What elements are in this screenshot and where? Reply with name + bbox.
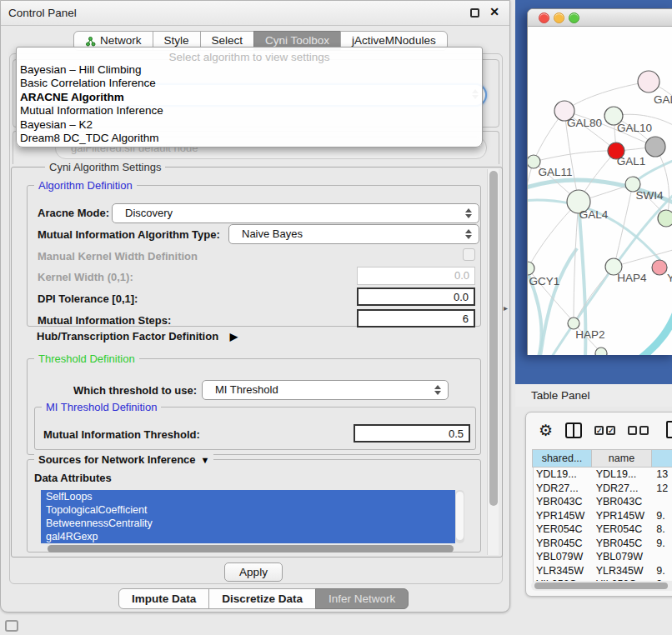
- table-row[interactable]: YDL19...YDL19...13: [534, 468, 672, 482]
- table-cell: 9.: [654, 564, 672, 578]
- attribute-item-betweennesscentrality[interactable]: BetweennessCentrality: [41, 517, 455, 530]
- float-icon[interactable]: [470, 8, 479, 18]
- close-traffic-light[interactable]: [539, 12, 549, 23]
- table-row[interactable]: YBR045CYBR045C9.: [534, 537, 672, 551]
- mi-threshold-definition-group: MI Threshold Definition Mutual Informati…: [34, 407, 476, 450]
- gear-icon[interactable]: ⚙: [539, 422, 553, 438]
- node-label: GAL80: [567, 117, 602, 129]
- algorithm-option-aracne-algorithm[interactable]: ARACNE Algorithm: [17, 91, 482, 104]
- settings-scrollbar[interactable]: [487, 169, 499, 555]
- mi-steps-field[interactable]: 6: [357, 309, 475, 328]
- network-canvas[interactable]: GALGAL80GAL10GAL1GAL11GAL4SWI4GCY1HAP4YH…: [528, 27, 672, 355]
- column-header-2[interactable]: [651, 449, 672, 468]
- kernel-width-field[interactable]: 0.0: [357, 267, 475, 285]
- attributes-scrollbar[interactable]: [455, 490, 464, 543]
- mi-threshold-definition-title: MI Threshold Definition: [42, 401, 161, 413]
- split-columns-icon[interactable]: [565, 422, 582, 438]
- manual-kernel-label: Manual Kernel Width Definition: [38, 250, 198, 262]
- table-icon[interactable]: [666, 421, 672, 438]
- table-cell: YDL19...: [594, 468, 654, 482]
- select-all-icon[interactable]: ✓✓: [594, 426, 615, 435]
- deselect-all-icon[interactable]: [628, 426, 649, 435]
- network-edge[interactable]: [574, 202, 579, 323]
- dpi-tolerance-label: DPI Tolerance [0,1]:: [38, 292, 138, 305]
- network-edge[interactable]: [534, 151, 616, 162]
- table-panel-titlebar: Table Panel: [515, 384, 672, 407]
- network-edge[interactable]: [552, 268, 612, 355]
- table-row[interactable]: YBR043CYBR043C: [534, 495, 672, 509]
- algorithm-dropdown-popup: Select algorithm to view settings Bayesi…: [16, 47, 483, 148]
- network-node[interactable]: [645, 137, 665, 157]
- attribute-item-gal4rgexp[interactable]: gal4RGexp: [41, 530, 455, 543]
- aracne-mode-select[interactable]: Discovery: [112, 203, 479, 223]
- table-horizontal-scrollbar[interactable]: [531, 581, 672, 591]
- table-cell: 8.: [654, 522, 672, 537]
- node-label: GAL10: [617, 122, 652, 134]
- table-row[interactable]: YPR145WYPR145W9.: [534, 509, 672, 523]
- hub-factor-label: Hub/Transcription Factor Definition: [37, 330, 218, 342]
- dropdown-placeholder: Select algorithm to view settings: [17, 48, 482, 63]
- close-icon[interactable]: ✕: [489, 5, 499, 18]
- float-panel-icon[interactable]: [5, 620, 18, 632]
- network-edge[interactable]: [564, 82, 649, 111]
- spinner-arrows-icon: [465, 228, 471, 240]
- mi-threshold-field[interactable]: 0.5: [354, 424, 470, 442]
- network-edge[interactable]: [540, 248, 577, 355]
- table-scrollbar-thumb[interactable]: [534, 582, 668, 589]
- dpi-tolerance-field[interactable]: 0.0: [357, 288, 475, 306]
- attribute-item-topologicalcoefficient[interactable]: TopologicalCoefficient: [41, 503, 455, 517]
- table-cell: 12: [654, 482, 672, 496]
- collapse-down-icon: ▼: [201, 455, 210, 465]
- minimize-traffic-light[interactable]: [554, 12, 564, 23]
- table-cell: YDL19...: [534, 468, 594, 482]
- control-panel-window: Control Panel ✕ Inference Algorithm galF…: [0, 0, 510, 612]
- table-panel-window: ⚙ ✓✓ shared...name YDL19...YDL19...13YDR…: [525, 412, 672, 597]
- node-label: GAL: [654, 93, 672, 106]
- attribute-item-selfloops[interactable]: SelfLoops: [41, 490, 455, 503]
- column-header-name[interactable]: name: [591, 449, 652, 468]
- attributes-scrollbar-thumb[interactable]: [456, 492, 464, 540]
- network-node[interactable]: [595, 348, 607, 355]
- algorithm-option-basic-correlation-inference[interactable]: Basic Correlation Inference: [17, 77, 482, 90]
- tab-infer-network[interactable]: Infer Network: [315, 588, 409, 609]
- aracne-mode-value: Discovery: [125, 207, 173, 219]
- table-row[interactable]: YBL079WYBL079W: [534, 550, 672, 564]
- column-header-shared[interactable]: shared...: [532, 449, 592, 468]
- network-node-gal[interactable]: [638, 71, 659, 92]
- table-cell: YLR345W: [594, 564, 654, 578]
- data-attributes-list[interactable]: SelfLoopsTopologicalCoefficientBetweenne…: [41, 490, 455, 543]
- sources-title[interactable]: Sources for Network Inference▼: [34, 453, 213, 466]
- network-node[interactable]: [658, 210, 672, 227]
- network-node-gcy1[interactable]: [528, 262, 534, 275]
- network-edge[interactable]: [639, 310, 672, 355]
- tab-discretize-data[interactable]: Discretize Data: [208, 588, 316, 609]
- zoom-traffic-light[interactable]: [569, 12, 579, 23]
- table-cell: YBR045C: [594, 537, 654, 551]
- threshold-definition-group: Threshold Definition Which threshold to …: [27, 358, 481, 455]
- hub-factor-section[interactable]: Hub/Transcription Factor Definition ▶: [37, 330, 238, 342]
- apply-button[interactable]: Apply: [224, 562, 283, 582]
- sources-horizontal-scrollbar[interactable]: [48, 545, 454, 552]
- panel-splitter-arrow[interactable]: ▸: [504, 303, 508, 312]
- aracne-mode-label: Aracne Mode:: [38, 207, 109, 219]
- network-edge[interactable]: [528, 162, 534, 267]
- algorithm-option-bayesian-k2[interactable]: Bayesian – K2: [17, 118, 482, 132]
- table-row[interactable]: YER054CYER054C8.: [534, 522, 672, 537]
- mi-type-select[interactable]: Naive Bayes: [228, 224, 479, 244]
- which-threshold-select[interactable]: MI Threshold: [202, 380, 449, 400]
- table-row[interactable]: YDR27...YDR27...12: [534, 482, 672, 496]
- node-table: shared...name YDL19...YDL19...13YDR27...…: [533, 449, 672, 589]
- table-cell: 9.: [654, 509, 672, 523]
- algorithm-definition-group: Algorithm Definition Aracne Mode: Discov…: [27, 185, 481, 327]
- algorithm-option-dream8-dc-tdc-algorithm[interactable]: Dream8 DC_TDC Algorithm: [17, 132, 482, 145]
- manual-kernel-checkbox[interactable]: [463, 248, 475, 261]
- network-node-y[interactable]: [652, 260, 667, 275]
- settings-scrollbar-thumb[interactable]: [489, 171, 498, 506]
- mi-threshold-label: Mutual Information Threshold:: [43, 428, 200, 441]
- algorithm-option-mutual-information-inference[interactable]: Mutual Information Inference: [17, 104, 482, 118]
- network-node-hap2[interactable]: [568, 318, 579, 329]
- algorithm-option-bayesian-hill-climbing[interactable]: Bayesian – Hill Climbing: [17, 63, 482, 77]
- sources-group: Sources for Network Inference▼ Data Attr…: [27, 459, 481, 552]
- tab-impute-data[interactable]: Impute Data: [118, 588, 209, 609]
- table-row[interactable]: YLR345WYLR345W9.: [534, 564, 672, 578]
